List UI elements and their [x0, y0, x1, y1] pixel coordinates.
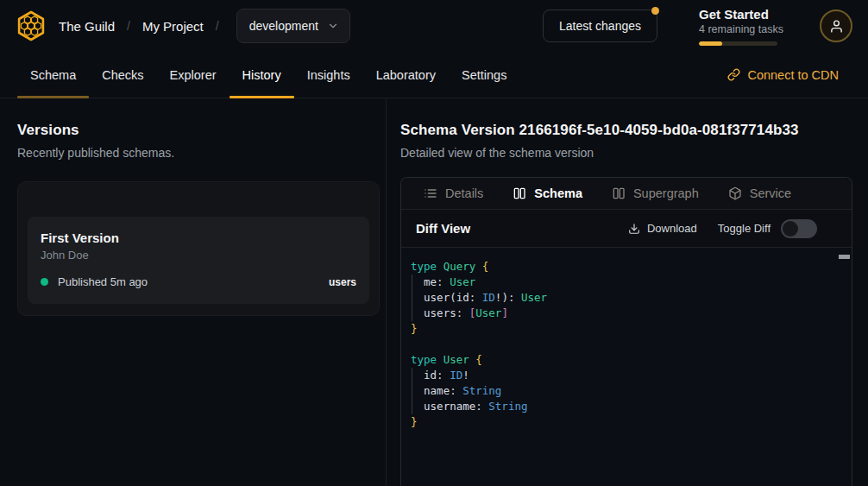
- diff-view-title: Diff View: [416, 221, 470, 236]
- schema-version-title: Schema Version 2166196f-5e10-4059-bd0a-0…: [400, 122, 852, 139]
- versions-title: Versions: [17, 122, 380, 139]
- tab-schema-view[interactable]: Schema: [513, 186, 582, 200]
- notification-dot: [651, 7, 659, 15]
- tab-settings[interactable]: Settings: [449, 52, 519, 98]
- connect-to-cdn-label: Connect to CDN: [747, 68, 839, 82]
- code-line: [411, 337, 834, 352]
- link-icon: [727, 68, 740, 81]
- connect-to-cdn-button[interactable]: Connect to CDN: [727, 52, 839, 98]
- code-line: users: [User]: [411, 306, 834, 321]
- tab-explorer[interactable]: Explorer: [157, 52, 230, 98]
- columns-icon: [513, 186, 526, 200]
- target-selector-value: development: [249, 19, 318, 33]
- breadcrumb-separator: /: [216, 19, 219, 33]
- tab-details[interactable]: Details: [424, 186, 483, 200]
- tab-checks[interactable]: Checks: [89, 52, 156, 98]
- tab-service[interactable]: Service: [728, 186, 791, 200]
- breadcrumb-project[interactable]: My Project: [142, 19, 204, 34]
- user-avatar-button[interactable]: [820, 9, 852, 42]
- code-line: name: String: [411, 383, 834, 399]
- download-label: Download: [647, 222, 697, 235]
- hive-logo-icon[interactable]: [14, 9, 48, 43]
- version-list-item[interactable]: First Version John Doe Published 5m ago …: [28, 217, 369, 304]
- app-header: The Guild / My Project / development Lat…: [0, 0, 868, 52]
- breadcrumb-org[interactable]: The Guild: [59, 19, 115, 34]
- target-nav-tabs: Schema Checks Explorer History Insights …: [17, 52, 519, 98]
- toggle-diff-switch[interactable]: [781, 219, 817, 238]
- latest-changes-button[interactable]: Latest changes: [543, 9, 657, 42]
- code-line: user(id: ID!): User: [411, 290, 834, 306]
- get-started-subtitle: 4 remaining tasks: [699, 23, 778, 35]
- scrollbar-thumb[interactable]: [839, 255, 850, 259]
- switch-knob: [783, 221, 798, 237]
- chevron-down-icon: [327, 20, 339, 32]
- version-author: John Doe: [41, 249, 356, 262]
- tab-details-label: Details: [445, 186, 483, 200]
- diff-view-toolbar: Diff View Download Toggle Diff: [401, 210, 852, 248]
- tab-laboratory[interactable]: Laboratory: [363, 52, 449, 98]
- diff-view-actions: Download Toggle Diff: [628, 219, 817, 238]
- target-nav: Schema Checks Explorer History Insights …: [0, 52, 868, 98]
- breadcrumb: The Guild / My Project / development: [59, 9, 350, 43]
- list-icon: [424, 186, 437, 200]
- tab-supergraph-label: Supergraph: [633, 186, 699, 200]
- version-status: Published 5m ago: [58, 275, 148, 288]
- download-button[interactable]: Download: [628, 222, 697, 235]
- tab-service-label: Service: [750, 186, 791, 200]
- get-started-progress-track: [699, 41, 777, 46]
- schema-version-panel: Details Schema Supergraph: [400, 177, 852, 486]
- version-service-badge: users: [329, 276, 356, 288]
- target-selector-dropdown[interactable]: development: [236, 9, 350, 43]
- tab-schema[interactable]: Schema: [17, 52, 89, 98]
- breadcrumb-separator: /: [127, 19, 130, 33]
- published-status-dot: [41, 278, 48, 286]
- versions-card: First Version John Doe Published 5m ago …: [17, 181, 380, 316]
- toggle-diff-control: Toggle Diff: [718, 219, 817, 238]
- user-icon: [829, 19, 844, 34]
- version-meta-row: Published 5m ago users: [41, 275, 356, 288]
- code-line: }: [411, 321, 834, 337]
- tab-schema-view-label: Schema: [534, 186, 582, 200]
- download-icon: [628, 223, 640, 235]
- code-line: id: ID!: [411, 368, 834, 383]
- schema-code-editor[interactable]: type Query { me: User user(id: ID!): Use…: [401, 248, 852, 486]
- main-content: Versions Recently published schemas. Fir…: [0, 98, 868, 486]
- schema-version-subtitle: Detailed view of the schema version: [400, 146, 852, 160]
- get-started-title: Get Started: [699, 7, 778, 22]
- tab-history[interactable]: History: [230, 52, 294, 98]
- versions-subtitle: Recently published schemas.: [17, 146, 380, 160]
- tab-supergraph[interactable]: Supergraph: [612, 186, 699, 200]
- code-line: }: [411, 414, 834, 430]
- code-line: type Query {: [411, 259, 834, 275]
- code-line: me: User: [411, 275, 834, 290]
- get-started-widget[interactable]: Get Started 4 remaining tasks: [699, 7, 778, 46]
- schema-view-tabs: Details Schema Supergraph: [401, 178, 852, 210]
- latest-changes-label: Latest changes: [559, 19, 641, 33]
- header-actions: Latest changes Get Started 4 remaining t…: [543, 7, 852, 46]
- toggle-diff-label: Toggle Diff: [718, 222, 771, 235]
- schema-version-pane: Schema Version 2166196f-5e10-4059-bd0a-0…: [387, 98, 868, 486]
- columns-icon: [612, 186, 626, 200]
- versions-pane: Versions Recently published schemas. Fir…: [0, 98, 386, 486]
- version-title: First Version: [41, 230, 356, 245]
- code-line: username: String: [411, 399, 834, 414]
- code-line: type User {: [411, 352, 834, 368]
- tab-insights[interactable]: Insights: [294, 52, 363, 98]
- get-started-progress-fill: [699, 41, 722, 46]
- cube-icon: [728, 186, 742, 200]
